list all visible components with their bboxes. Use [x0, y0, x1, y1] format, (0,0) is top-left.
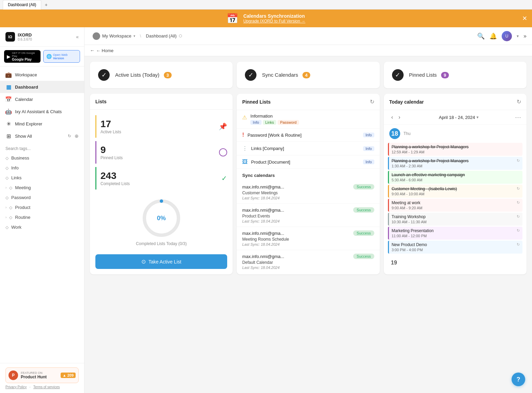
sync-item-2[interactable]: max.info.nmi@gma... Success Meeting Room…: [237, 227, 379, 250]
event-7[interactable]: New Product Demo 3:00 PM - 4:00 PM ↻: [388, 241, 522, 254]
user-avatar[interactable]: U: [502, 31, 512, 41]
chevron-meeting-icon: ›: [5, 186, 6, 190]
take-active-list-label: Take Active List: [148, 259, 182, 264]
sidebar-item-workspace[interactable]: 💼 Workspace: [0, 69, 84, 81]
event-1[interactable]: Planning a workshop for Project Managers…: [388, 157, 522, 170]
sidebar-item-ai-assistant[interactable]: 🤖 Ixy AI Assistant & Chats: [0, 105, 84, 118]
footer-sep: ◦: [29, 385, 31, 389]
tag-item-password[interactable]: ◇ Password: [0, 193, 84, 202]
sync-status-3: Success: [353, 254, 374, 259]
sidebar-item-dashboard[interactable]: ▦ Dashboard: [0, 81, 84, 93]
sidebar-item-show-all[interactable]: ⊞ Show All ↻ ⊕: [0, 130, 84, 142]
workspace-button[interactable]: My Workspace ▾: [90, 31, 138, 41]
workspace-chevron-icon: ▾: [134, 34, 135, 38]
search-tags[interactable]: Search tags...: [0, 144, 84, 153]
browser-tab[interactable]: Dashboard (All): [3, 0, 41, 10]
event-3-title: Customer Meeting - (Isabella Lewis): [392, 186, 457, 191]
calendar-refresh-button[interactable]: ↻: [517, 99, 521, 105]
pinned-refresh-button[interactable]: ↻: [370, 99, 374, 105]
main-content: My Workspace ▾ \ Dashboard (All) ⬡ 🔍 🔔 U…: [84, 27, 532, 393]
pinned-lists-stat-card[interactable]: ✓ Pinned Lists 9: [384, 62, 527, 88]
search-button[interactable]: 🔍: [477, 32, 485, 40]
sync-calendars-stat-card[interactable]: ✓ Sync Calendars 4: [237, 62, 379, 88]
day-18-label: Thu: [404, 131, 411, 136]
pinned-item-product[interactable]: 🖼 Product [Document] Info: [237, 155, 379, 169]
help-button[interactable]: ?: [512, 373, 525, 386]
tag-label-password: Password: [11, 195, 31, 200]
back-nav[interactable]: ← ← Home: [84, 45, 532, 56]
refresh-lists-button[interactable]: ↻: [68, 134, 71, 138]
prev-week-button[interactable]: ‹: [389, 114, 395, 121]
web-version-button[interactable]: 🌐 Open Web Version: [43, 50, 80, 63]
progress-text: Completed Lists Today (0/3): [136, 241, 187, 246]
ph-title: Product Hunt: [21, 375, 47, 379]
sync-calendars-count: 4: [302, 72, 310, 78]
day-19-header: 19: [384, 255, 527, 269]
tag-info: Info: [250, 120, 261, 125]
day-18-header: 18 Thu: [384, 125, 527, 140]
pinned-panel-header: Pinned Lists ↻: [237, 94, 379, 110]
tag-item-meeting[interactable]: › ◇ Meeting: [0, 183, 84, 193]
completed-lists-label: Completed Lists: [100, 181, 130, 186]
sync-date-3: Last Sync: 18.04.2024: [242, 266, 374, 270]
sidebar-item-calendar[interactable]: 📅 Calendar: [0, 93, 84, 105]
user-chevron-icon[interactable]: ▾: [517, 34, 519, 39]
external-link-icon: ⬡: [179, 34, 182, 38]
sidebar: IΩ IXORD 0.6.3.670 « ▶ GET IT ON Google …: [0, 27, 84, 393]
pinned-check-icon: ✓: [392, 69, 404, 81]
sync-status-0: Success: [353, 184, 374, 190]
sync-indicator-4: ↻: [517, 200, 520, 205]
event-2[interactable]: Launch an effective marketing campaign 5…: [388, 171, 522, 184]
active-lists-stat-card[interactable]: ✓ Active Lists (Today) 3: [90, 62, 233, 88]
sync-item-1[interactable]: max.info.nmi@gma... Success Product Even…: [237, 204, 379, 227]
sync-item-0[interactable]: max.info.nmi@gma... Success Customer Mee…: [237, 181, 379, 204]
event-1-time: 1:30 AM - 2:30 AM: [392, 164, 469, 168]
tag-item-business[interactable]: ◇ Business: [0, 153, 84, 163]
sync-item-3[interactable]: max.info.nmi@gma... Success Default Cale…: [237, 250, 379, 273]
sync-check-icon: ✓: [245, 69, 256, 81]
pinned-item-information[interactable]: ⚠ Information Info Links Password: [237, 110, 379, 129]
lists-panel-title: Lists: [95, 99, 107, 104]
active-lists-number: 17: [100, 119, 121, 130]
tag-item-work[interactable]: ◇ Work: [0, 222, 84, 232]
product-hunt-widget[interactable]: P FEATURED ON Product Hunt ▲ 209: [5, 367, 79, 383]
active-lists-count: 3: [164, 72, 172, 78]
event-3[interactable]: Customer Meeting - (Isabella Lewis) 9:00…: [388, 185, 522, 198]
sync-name-3: Default Calendar: [242, 260, 374, 265]
active-lists-count-row: 17 Active Lists 📌: [95, 115, 227, 138]
terms-link[interactable]: Terms of services: [33, 385, 60, 389]
tag-item-product[interactable]: › ◇ Product: [0, 202, 84, 212]
dashboard-tab[interactable]: Dashboard (All) ⬡: [143, 32, 185, 40]
event-0[interactable]: Planning a workshop for Project Managers…: [388, 143, 522, 156]
sidebar-toggle-right[interactable]: »: [523, 33, 527, 39]
pin-icon: 📌: [219, 122, 227, 131]
pinned-item-password[interactable]: ! Password [Work & Routine] Info: [237, 129, 379, 142]
add-list-button[interactable]: ⊕: [75, 133, 79, 139]
tag-label-business: Business: [11, 155, 29, 161]
event-5[interactable]: Training Workshop 10:30 AM - 11:30 AM ↻: [388, 213, 522, 226]
event-4[interactable]: Meeting at work 9:00 AM - 9:20 AM ↻: [388, 199, 522, 212]
tag-item-links[interactable]: ◇ Links: [0, 173, 84, 183]
event-6[interactable]: Marketing Presentation 11:00 AM - 12:00 …: [388, 227, 522, 240]
google-play-button[interactable]: ▶ GET IT ON Google Play Google Play: [4, 50, 41, 63]
privacy-policy-link[interactable]: Privacy Policy: [5, 385, 27, 389]
banner-upgrade-link[interactable]: Upgrade IXORD to Full Version →: [243, 19, 305, 24]
new-tab-button[interactable]: +: [41, 2, 51, 7]
event-1-title: Planning a workshop for Project Managers: [392, 158, 469, 163]
sync-calendars-title: Sync Calendars: [262, 72, 298, 78]
take-active-list-button[interactable]: ⊙ Take Active List: [95, 254, 227, 269]
next-week-button[interactable]: ›: [396, 114, 402, 121]
pinned-item-links[interactable]: ⋮ Links [Company] Info: [237, 142, 379, 155]
date-range[interactable]: April 18 - 24, 2024 ▾: [439, 115, 479, 120]
calendar-more-button[interactable]: ⋯: [515, 114, 521, 121]
notifications-button[interactable]: 🔔: [489, 32, 497, 40]
banner-close-button[interactable]: ✕: [522, 15, 527, 22]
sidebar-collapse-button[interactable]: «: [76, 34, 79, 40]
sidebar-item-mind-explorer[interactable]: ✳ Mind Explorer: [0, 118, 84, 130]
browser-tab-bar: Dashboard (All) +: [0, 0, 532, 10]
sync-indicator-3: ↻: [517, 186, 520, 191]
tag-item-info[interactable]: ◇ Info: [0, 163, 84, 173]
tag-icon-links: ◇: [5, 176, 9, 180]
tag-item-routine[interactable]: › ◇ Routine: [0, 212, 84, 222]
event-6-time: 11:00 AM - 12:00 PM: [392, 234, 434, 238]
